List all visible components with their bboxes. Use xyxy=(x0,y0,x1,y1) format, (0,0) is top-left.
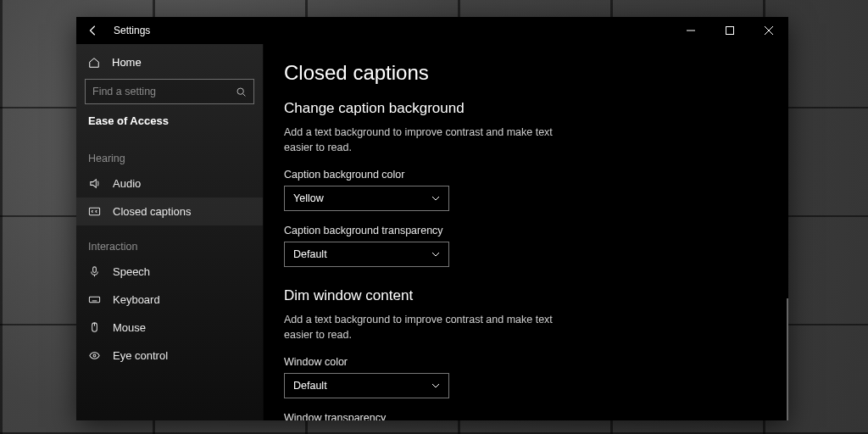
content-pane: Closed captions Change caption backgroun… xyxy=(263,44,788,420)
nav-label: Mouse xyxy=(113,321,146,334)
close-icon xyxy=(765,26,773,35)
mouse-icon xyxy=(88,321,101,334)
window-controls xyxy=(671,17,788,44)
sidebar-item-audio[interactable]: Audio xyxy=(76,170,263,198)
search-icon xyxy=(236,86,247,97)
field-window-transparency: Window transparency xyxy=(284,412,768,420)
nav-label: Speech xyxy=(113,265,150,278)
eye-icon xyxy=(88,349,101,362)
sidebar-item-mouse[interactable]: Mouse xyxy=(76,314,263,342)
sidebar-item-home[interactable]: Home xyxy=(76,49,263,75)
svg-line-5 xyxy=(243,93,245,95)
arrow-left-icon xyxy=(87,25,99,36)
sidebar-category: Ease of Access xyxy=(76,113,263,137)
search-input[interactable] xyxy=(92,86,236,97)
dropdown-value: Default xyxy=(293,380,327,392)
field-label: Window transparency xyxy=(284,412,768,420)
svg-point-15 xyxy=(93,354,96,357)
section-dim-window: Dim window content Add a text background… xyxy=(284,287,768,420)
closed-captions-icon xyxy=(88,205,101,218)
sidebar-item-closed-captions[interactable]: Closed captions xyxy=(76,198,263,225)
maximize-button[interactable] xyxy=(710,17,749,44)
section-desc-dim: Add a text background to improve contras… xyxy=(284,313,555,342)
settings-window: Settings Home Ease of Access H xyxy=(76,17,788,420)
window-title: Settings xyxy=(110,25,150,36)
maximize-icon xyxy=(726,26,734,35)
sidebar-group-hearing: Hearing xyxy=(76,137,263,170)
audio-icon xyxy=(88,177,101,190)
field-window-color: Window color Default xyxy=(284,356,768,398)
field-caption-bg-transparency: Caption background transparency Default xyxy=(284,225,768,267)
home-label: Home xyxy=(112,56,142,69)
svg-rect-8 xyxy=(89,297,99,303)
minimize-button[interactable] xyxy=(671,17,710,44)
dropdown-value: Yellow xyxy=(293,192,324,204)
window-body: Home Ease of Access Hearing Audio Closed… xyxy=(76,44,788,420)
nav-label: Audio xyxy=(113,177,141,190)
field-caption-bg-color: Caption background color Yellow xyxy=(284,169,768,211)
close-button[interactable] xyxy=(749,17,788,44)
page-title: Closed captions xyxy=(284,61,768,85)
field-label: Caption background color xyxy=(284,169,768,181)
sidebar-group-interaction: Interaction xyxy=(76,225,263,258)
home-icon xyxy=(88,57,100,69)
sidebar: Home Ease of Access Hearing Audio Closed… xyxy=(76,44,263,420)
titlebar: Settings xyxy=(76,17,788,44)
section-heading-dim: Dim window content xyxy=(284,287,768,304)
field-label: Window color xyxy=(284,356,768,368)
keyboard-icon xyxy=(88,293,101,306)
field-label: Caption background transparency xyxy=(284,225,768,236)
nav-label: Keyboard xyxy=(113,293,160,306)
dropdown-caption-bg-transparency[interactable]: Default xyxy=(284,242,449,267)
dropdown-caption-bg-color[interactable]: Yellow xyxy=(284,186,449,211)
svg-point-4 xyxy=(237,88,243,94)
back-button[interactable] xyxy=(76,17,110,44)
chevron-down-icon xyxy=(431,250,440,259)
sidebar-item-speech[interactable]: Speech xyxy=(76,258,263,286)
dropdown-value: Default xyxy=(293,248,327,260)
chevron-down-icon xyxy=(431,381,440,390)
svg-rect-1 xyxy=(726,27,734,35)
svg-rect-6 xyxy=(89,208,99,214)
sidebar-item-keyboard[interactable]: Keyboard xyxy=(76,286,263,314)
microphone-icon xyxy=(88,265,101,278)
section-desc-background: Add a text background to improve contras… xyxy=(284,125,555,155)
search-input-container[interactable] xyxy=(85,79,254,104)
section-heading-background: Change caption background xyxy=(284,100,768,117)
svg-rect-7 xyxy=(93,267,97,273)
minimize-icon xyxy=(687,26,695,35)
nav-label: Closed captions xyxy=(113,205,192,218)
nav-label: Eye control xyxy=(113,349,168,362)
scrollbar[interactable] xyxy=(787,298,788,420)
chevron-down-icon xyxy=(431,194,440,203)
sidebar-item-eye-control[interactable]: Eye control xyxy=(76,342,263,370)
dropdown-window-color[interactable]: Default xyxy=(284,373,449,398)
